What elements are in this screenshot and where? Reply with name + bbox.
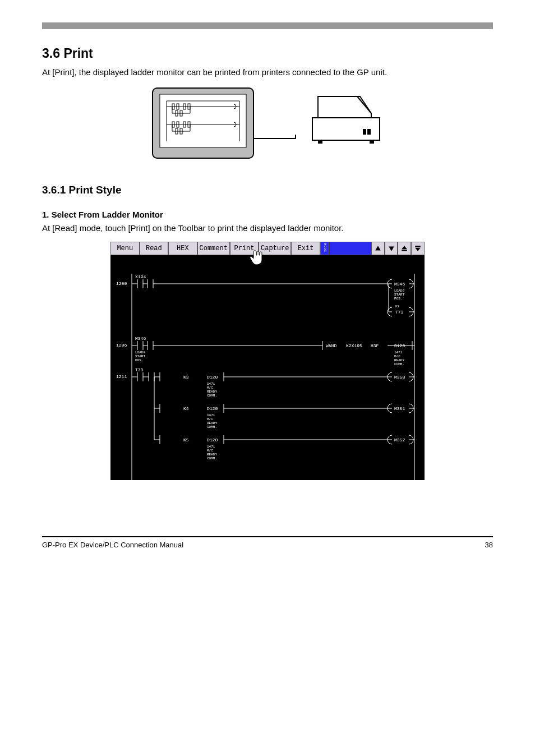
svg-text:LOADG: LOADG — [394, 289, 404, 293]
svg-text:M351: M351 — [394, 406, 405, 411]
svg-rect-35 — [402, 250, 407, 251]
hex-button[interactable]: HEX — [168, 242, 197, 255]
svg-text:K5: K5 — [183, 437, 189, 442]
svg-text:1200: 1200 — [116, 281, 127, 286]
svg-text:COMM.: COMM. — [207, 425, 217, 429]
svg-marker-25 — [318, 96, 371, 119]
exit-button[interactable]: Exit — [291, 242, 320, 255]
svg-text:D120: D120 — [207, 375, 218, 380]
svg-text:K3: K3 — [395, 305, 400, 308]
page-up-button[interactable] — [398, 242, 411, 255]
svg-marker-33 — [389, 246, 394, 251]
svg-text:H3F: H3F — [371, 343, 379, 348]
svg-marker-37 — [415, 247, 421, 251]
section-number: 3.6 — [42, 46, 60, 61]
svg-text:M/C: M/C — [207, 386, 213, 390]
section-intro: At [Print], the displayed ladder monitor… — [42, 66, 493, 79]
svg-rect-36 — [415, 246, 421, 247]
toolbar-spacer — [329, 242, 371, 255]
print-button[interactable]: Print — [230, 242, 259, 255]
footer-rule — [42, 536, 493, 537]
svg-text:K3: K3 — [183, 375, 189, 380]
ladder-canvas: 1200 X194 M346 LOADG START POS. — [110, 256, 425, 480]
diagram-monitor-to-printer — [150, 85, 385, 164]
toolbar: Menu Read HEX Comment Print Capture Exit… — [110, 242, 425, 256]
svg-rect-1 — [160, 94, 246, 147]
svg-rect-30 — [318, 140, 322, 144]
svg-text:1471: 1471 — [207, 382, 215, 386]
svg-text:COMM.: COMM. — [394, 362, 404, 366]
svg-text:LOADG: LOADG — [135, 351, 145, 354]
svg-text:M350: M350 — [394, 375, 405, 380]
svg-text:K4: K4 — [183, 406, 189, 411]
svg-text:M/C: M/C — [207, 449, 213, 453]
svg-text:D120: D120 — [207, 437, 218, 442]
scroll-up-button[interactable] — [371, 242, 385, 255]
svg-text:WAND: WAND — [326, 343, 336, 348]
scroll-down-button[interactable] — [385, 242, 398, 255]
svg-text:1471: 1471 — [207, 445, 215, 449]
svg-text:D120: D120 — [394, 343, 405, 348]
item-body: At [Read] mode, touch [Print] on the Too… — [42, 222, 493, 234]
item-heading: 1. Select From Ladder Monitor — [42, 210, 493, 219]
page-down-button[interactable] — [411, 242, 425, 255]
header-bar — [42, 22, 493, 29]
svg-text:START: START — [135, 354, 145, 358]
svg-text:T73: T73 — [395, 310, 404, 315]
svg-text:READY: READY — [207, 421, 217, 425]
svg-text:K2X195: K2X195 — [346, 343, 362, 348]
svg-text:M346: M346 — [394, 282, 405, 287]
comment-button[interactable]: Comment — [197, 242, 230, 255]
ladder-monitor-screenshot: Menu Read HEX Comment Print Capture Exit… — [110, 242, 425, 480]
svg-text:1471: 1471 — [207, 413, 215, 417]
svg-text:T73: T73 — [135, 367, 144, 372]
svg-text:READY: READY — [394, 358, 404, 362]
svg-text:POS.: POS. — [394, 297, 402, 301]
section-heading: 3.6 Print — [42, 46, 493, 61]
svg-text:1211: 1211 — [116, 374, 127, 379]
svg-text:COMM.: COMM. — [207, 457, 217, 460]
svg-rect-28 — [367, 129, 371, 135]
svg-text:D120: D120 — [207, 406, 218, 411]
capture-button[interactable]: Capture — [259, 242, 291, 255]
menu-button[interactable]: Menu — [110, 242, 140, 255]
section-title-text: Print — [63, 46, 93, 61]
svg-text:START: START — [394, 293, 404, 297]
svg-rect-31 — [370, 140, 374, 144]
svg-text:1471: 1471 — [394, 351, 403, 354]
svg-marker-32 — [375, 246, 381, 250]
footer-left: GP-Pro EX Device/PLC Connection Manual — [42, 541, 183, 549]
svg-text:X194: X194 — [135, 274, 146, 279]
svg-rect-27 — [363, 129, 366, 135]
svg-marker-34 — [402, 246, 407, 249]
svg-text:M352: M352 — [394, 437, 405, 442]
read-button[interactable]: Read — [140, 242, 169, 255]
svg-text:READY: READY — [207, 453, 217, 457]
subsection-heading: 3.6.1 Print Style — [42, 184, 493, 196]
svg-text:1206: 1206 — [116, 343, 127, 348]
svg-text:POS.: POS. — [135, 358, 143, 362]
mode-badge: MODE — [320, 242, 329, 255]
svg-text:M/C: M/C — [207, 417, 213, 421]
svg-text:READY: READY — [207, 390, 217, 394]
footer-right: 38 — [485, 541, 493, 549]
svg-text:M/C: M/C — [394, 354, 400, 358]
svg-text:COMM.: COMM. — [207, 394, 217, 398]
svg-text:M346: M346 — [135, 336, 146, 341]
